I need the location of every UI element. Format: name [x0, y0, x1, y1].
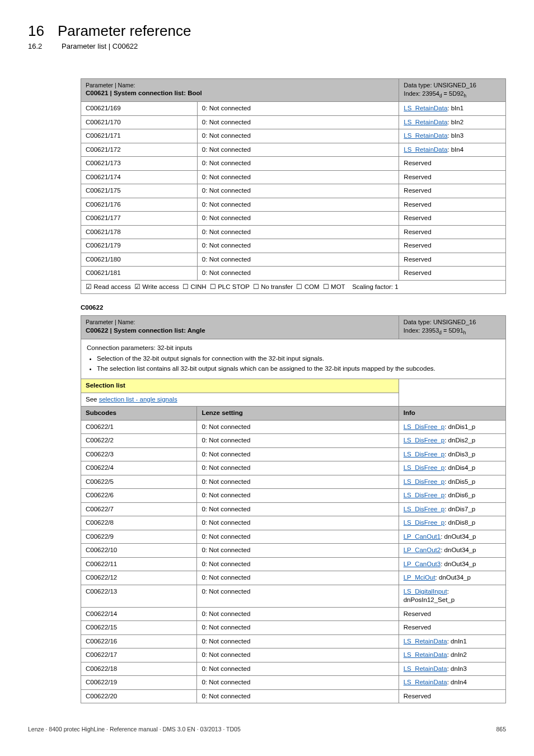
reference-link[interactable]: LS_RetainData	[404, 146, 447, 153]
table-row: C00621/1810: Not connectedReserved	[81, 267, 506, 281]
reference-link[interactable]: LP_CanOut3	[404, 561, 441, 567]
info-cell: LP_CanOut1: dnOut34_p	[399, 530, 505, 544]
reference-link[interactable]: LS_RetainData	[404, 119, 447, 125]
subcode-cell: C00622/9	[81, 530, 197, 544]
setting-cell: 0: Not connected	[197, 420, 399, 434]
datatype-line: Data type: UNSIGNED_16	[404, 81, 501, 90]
info-cell: Reserved	[399, 689, 505, 703]
setting-cell: 0: Not connected	[197, 157, 399, 171]
table-row: C00621/1750: Not connectedReserved	[81, 184, 506, 198]
table-row: C00621/1710: Not connectedLS_RetainData:…	[81, 129, 506, 143]
table-row: C00621/1780: Not connectedReserved	[81, 225, 506, 239]
subcode-cell: C00622/15	[81, 621, 197, 635]
subcode-cell: C00622/7	[81, 502, 197, 516]
info-cell: Reserved	[399, 170, 506, 184]
table-row: C00622/20: Not connectedLS_DisFree_p: dn…	[81, 434, 506, 448]
reference-link[interactable]: LS_DisFree_p	[404, 451, 445, 458]
reference-link[interactable]: LS_DisFree_p	[404, 506, 445, 512]
description-cell: Connection parameters: 32-bit inputs Sel…	[81, 339, 506, 379]
info-cell: Reserved	[399, 225, 506, 239]
reference-link[interactable]: LP_CanOut2	[404, 547, 441, 553]
subcode-cell: C00621/177	[81, 212, 198, 226]
col-info: Info	[399, 407, 505, 421]
subcode-cell: C00621/176	[81, 198, 198, 212]
setting-cell: 0: Not connected	[197, 434, 399, 448]
setting-cell: 0: Not connected	[197, 198, 399, 212]
setting-cell: 0: Not connected	[197, 662, 399, 676]
table-row: C00621/1730: Not connectedReserved	[81, 157, 506, 171]
info-cell: LS_RetainData: bIn4	[399, 143, 506, 157]
info-cell: Reserved	[399, 267, 506, 281]
subcode-cell: C00622/18	[81, 662, 197, 676]
table-row: C00622/200: Not connectedReserved	[81, 689, 506, 703]
chapter-title: Parameter reference	[58, 22, 191, 40]
section-heading-c00622: C00622	[81, 304, 506, 311]
datatype-line: Data type: UNSIGNED_16	[404, 318, 501, 326]
table-row: C00622/60: Not connectedLS_DisFree_p: dn…	[81, 489, 506, 503]
setting-cell: 0: Not connected	[197, 530, 399, 544]
subcode-cell: C00622/3	[81, 447, 197, 461]
reference-link[interactable]: LS_RetainData	[404, 638, 447, 645]
info-cell: LP_MciOut: dnOut34_p	[399, 571, 505, 585]
subcode-cell: C00621/178	[81, 225, 198, 239]
setting-cell: 0: Not connected	[197, 170, 399, 184]
setting-cell: 0: Not connected	[197, 689, 399, 703]
reference-link[interactable]: LS_DisFree_p	[404, 464, 445, 471]
selection-list-link[interactable]: selection list - angle signals	[99, 396, 177, 403]
info-cell: LS_DisFree_p: dnDis2_p	[399, 434, 505, 448]
subcode-cell: C00622/6	[81, 489, 197, 503]
table-row: C00621/1770: Not connectedReserved	[81, 212, 506, 226]
reference-link[interactable]: LP_MciOut	[404, 574, 435, 581]
subcode-cell: C00622/13	[81, 585, 197, 607]
table-row: C00622/100: Not connectedLP_CanOut2: dnO…	[81, 544, 506, 558]
reference-link[interactable]: LS_DisFree_p	[404, 437, 445, 444]
reference-link[interactable]: LS_DisFree_p	[404, 492, 445, 498]
table-row: C00622/140: Not connectedReserved	[81, 607, 506, 621]
reference-link[interactable]: LS_RetainData	[404, 679, 447, 685]
info-cell: LS_RetainData: dnIn4	[399, 676, 505, 690]
reference-link[interactable]: LS_RetainData	[404, 651, 447, 658]
setting-cell: 0: Not connected	[197, 585, 399, 607]
footer-text: Lenze · 8400 protec HighLine · Reference…	[28, 726, 241, 732]
reference-link[interactable]: LS_RetainData	[404, 132, 447, 139]
divider: _ _ _ _ _ _ _ _ _ _ _ _ _ _ _ _ _ _ _ _ …	[28, 60, 506, 64]
subcode-cell: C00622/19	[81, 676, 197, 690]
subcode-cell: C00622/11	[81, 557, 197, 571]
subcode-cell: C00622/2	[81, 434, 197, 448]
reference-link[interactable]: LS_DisFree_p	[404, 423, 445, 430]
col-lenze-setting: Lenze setting	[197, 407, 399, 421]
setting-cell: 0: Not connected	[197, 502, 399, 516]
table-row: C00622/30: Not connectedLS_DisFree_p: dn…	[81, 447, 506, 461]
table-row: C00621/1790: Not connectedReserved	[81, 239, 506, 253]
info-cell: LS_DisFree_p: dnDis8_p	[399, 516, 505, 530]
info-cell: Reserved	[399, 212, 506, 226]
setting-cell: 0: Not connected	[197, 489, 399, 503]
info-cell: LS_RetainData: bIn1	[399, 102, 506, 116]
subcode-cell: C00622/12	[81, 571, 197, 585]
setting-cell: 0: Not connected	[197, 212, 399, 226]
table-row: C00621/1720: Not connectedLS_RetainData:…	[81, 143, 506, 157]
reference-link[interactable]: LS_RetainData	[404, 665, 447, 672]
setting-cell: 0: Not connected	[197, 621, 399, 635]
subcode-cell: C00621/171	[81, 129, 198, 143]
section-number: 16.2	[28, 42, 48, 50]
info-cell: Reserved	[399, 239, 506, 253]
reference-link[interactable]: LS_DisFree_p	[404, 519, 445, 526]
table-row: C00621/1700: Not connectedLS_RetainData:…	[81, 115, 506, 129]
setting-cell: 0: Not connected	[197, 607, 399, 621]
reference-link[interactable]: LS_DisFree_p	[404, 478, 445, 485]
setting-cell: 0: Not connected	[197, 102, 399, 116]
subcode-cell: C00622/8	[81, 516, 197, 530]
subcode-cell: C00621/173	[81, 157, 198, 171]
param-name-label: Parameter | Name:	[86, 81, 394, 89]
index-line: Index: 23953d = 5D91h	[404, 326, 501, 336]
table-row: C00622/180: Not connectedLS_RetainData: …	[81, 662, 506, 676]
reference-link[interactable]: LP_CanOut1	[404, 533, 441, 540]
subcode-cell: C00621/172	[81, 143, 198, 157]
reference-link[interactable]: LS_DigitalInput	[404, 588, 447, 595]
chapter-number: 16	[28, 22, 44, 40]
reference-link[interactable]: LS_RetainData	[404, 105, 447, 111]
info-cell: Reserved	[399, 253, 506, 267]
setting-cell: 0: Not connected	[197, 475, 399, 489]
info-cell: Reserved	[399, 184, 506, 198]
